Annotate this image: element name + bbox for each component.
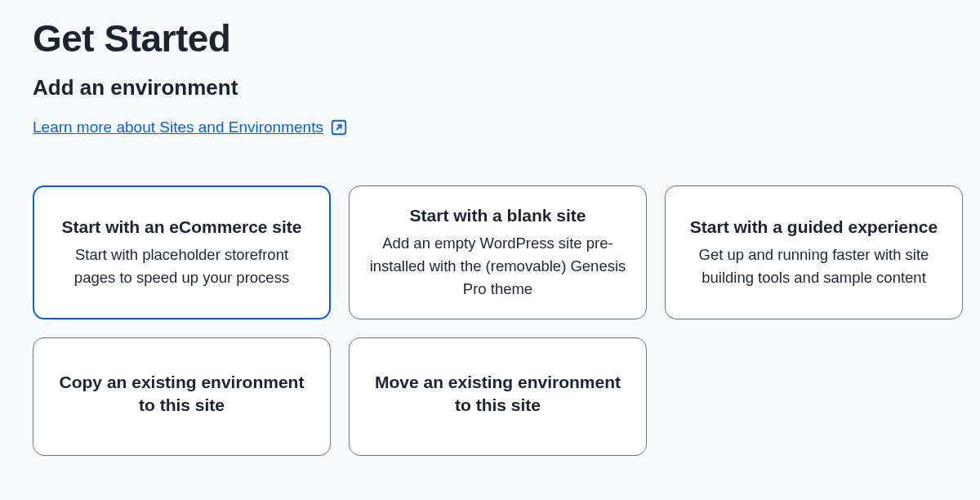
card-description: Start with placeholder storefront pages … bbox=[54, 243, 310, 289]
card-title: Start with a blank site bbox=[369, 204, 626, 227]
card-title: Start with a guided experience bbox=[685, 216, 942, 239]
option-card-grid: Start with an eCommerce site Start with … bbox=[33, 185, 947, 456]
card-title: Move an existing environment to this sit… bbox=[369, 371, 626, 417]
card-title: Copy an existing environment to this sit… bbox=[53, 371, 310, 417]
section-title: Add an environment bbox=[33, 75, 947, 100]
option-card-blank[interactable]: Start with a blank site Add an empty Wor… bbox=[349, 185, 647, 319]
option-card-copy[interactable]: Copy an existing environment to this sit… bbox=[33, 337, 331, 456]
page-title: Get Started bbox=[33, 16, 947, 60]
card-title: Start with an eCommerce site bbox=[54, 216, 310, 239]
card-description: Add an empty WordPress site pre-installe… bbox=[369, 232, 626, 300]
card-description: Get up and running faster with site buil… bbox=[685, 243, 942, 289]
external-link-icon bbox=[330, 118, 348, 136]
option-card-guided[interactable]: Start with a guided experience Get up an… bbox=[665, 185, 963, 319]
option-card-move[interactable]: Move an existing environment to this sit… bbox=[349, 337, 647, 456]
learn-more-link-text: Learn more about Sites and Environments bbox=[33, 118, 323, 136]
option-card-ecommerce[interactable]: Start with an eCommerce site Start with … bbox=[33, 185, 331, 319]
learn-more-link[interactable]: Learn more about Sites and Environments bbox=[33, 118, 348, 136]
